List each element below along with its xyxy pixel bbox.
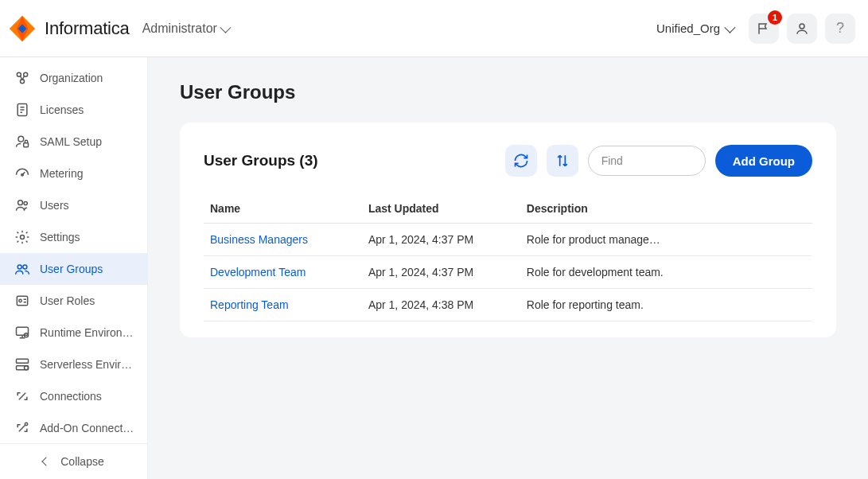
chevron-left-icon xyxy=(42,457,51,465)
sidebar-item-label: SAML Setup xyxy=(40,135,102,148)
svg-point-14 xyxy=(18,265,21,269)
card-actions: Add Group xyxy=(505,145,812,177)
svg-point-12 xyxy=(24,201,27,204)
header-left: Informatica Administrator xyxy=(8,14,228,43)
addon-icon xyxy=(14,420,30,436)
group-link[interactable]: Development Team xyxy=(210,266,306,278)
refresh-icon xyxy=(513,153,529,169)
svg-point-13 xyxy=(21,236,25,240)
serverless-icon xyxy=(14,356,30,372)
sidebar-item-metering[interactable]: Metering xyxy=(0,158,147,189)
help-icon: ? xyxy=(836,20,844,37)
add-group-button[interactable]: Add Group xyxy=(715,145,812,177)
app-name: Administrator xyxy=(142,21,217,36)
user-icon xyxy=(795,21,809,36)
main-content: User Groups User Groups (3) xyxy=(148,57,868,479)
sidebar-item-user-groups[interactable]: User Groups xyxy=(0,253,147,285)
chevron-down-icon xyxy=(724,21,735,33)
sidebar-item-label: User Groups xyxy=(40,263,103,275)
sidebar-item-licenses[interactable]: Licenses xyxy=(0,94,147,126)
help-button[interactable]: ? xyxy=(825,14,855,44)
sidebar-item-label: Organization xyxy=(40,72,103,84)
user-groups-card: User Groups (3) Add Group xyxy=(180,123,836,337)
sidebar-item-settings[interactable]: Settings xyxy=(0,221,147,253)
brand-logo-icon xyxy=(8,14,37,43)
sort-icon xyxy=(555,153,570,169)
row-updated: Apr 1, 2024, 4:37 PM xyxy=(362,224,520,256)
collapse-label: Collapse xyxy=(60,455,103,468)
roles-icon xyxy=(14,293,30,309)
group-link[interactable]: Business Managers xyxy=(210,233,308,246)
page-title: User Groups xyxy=(180,81,836,103)
sidebar-item-label: Users xyxy=(40,199,69,212)
sidebar-scroll[interactable]: Organization Licenses SAML Setup Meterin… xyxy=(0,57,147,443)
metering-icon xyxy=(14,166,30,181)
user-groups-table: Name Last Updated Description Business M… xyxy=(204,194,812,321)
svg-point-15 xyxy=(23,265,27,269)
users-icon xyxy=(14,197,30,213)
card-title: User Groups (3) xyxy=(204,152,318,169)
sidebar-item-label: Metering xyxy=(40,167,83,180)
chevron-down-icon xyxy=(220,21,231,33)
sidebar-item-saml[interactable]: SAML Setup xyxy=(0,126,147,158)
table-row[interactable]: Development Team Apr 1, 2024, 4:37 PM Ro… xyxy=(204,256,812,289)
svg-rect-20 xyxy=(17,359,29,363)
sidebar-item-connections[interactable]: Connections xyxy=(0,380,147,412)
row-description: Role for development team. xyxy=(520,256,812,289)
row-description: Role for reporting team. xyxy=(520,289,812,321)
profile-button[interactable] xyxy=(787,14,817,44)
svg-point-8 xyxy=(18,136,24,142)
svg-rect-18 xyxy=(17,327,29,335)
svg-point-22 xyxy=(25,366,29,370)
sidebar: Organization Licenses SAML Setup Meterin… xyxy=(0,57,148,479)
row-description: Role for product manage… xyxy=(520,224,812,256)
find-input[interactable] xyxy=(588,146,706,176)
column-name[interactable]: Name xyxy=(204,194,362,224)
table-row[interactable]: Reporting Team Apr 1, 2024, 4:38 PM Role… xyxy=(204,289,812,321)
svg-point-23 xyxy=(25,423,27,425)
sidebar-item-serverless-env[interactable]: Serverless Envir… xyxy=(0,349,147,380)
sidebar-item-label: Licenses xyxy=(40,103,84,116)
header-right: Unified_Org 1 ? xyxy=(648,14,855,44)
sidebar-item-addon-connectors[interactable]: Add-On Connect… xyxy=(0,412,147,443)
row-updated: Apr 1, 2024, 4:37 PM xyxy=(362,256,520,289)
org-icon xyxy=(14,70,30,86)
sidebar-item-label: Settings xyxy=(40,231,80,243)
sidebar-item-label: Connections xyxy=(40,390,102,403)
table-row[interactable]: Business Managers Apr 1, 2024, 4:37 PM R… xyxy=(204,224,812,256)
org-switcher[interactable]: Unified_Org xyxy=(648,17,741,40)
column-updated[interactable]: Last Updated xyxy=(362,194,520,224)
svg-point-10 xyxy=(21,173,24,176)
flag-icon xyxy=(757,21,771,36)
sidebar-item-runtime-env[interactable]: Runtime Environ… xyxy=(0,317,147,349)
notification-badge: 1 xyxy=(768,10,782,25)
runtime-icon xyxy=(14,325,30,341)
gear-icon xyxy=(14,229,30,245)
sidebar-collapse-button[interactable]: Collapse xyxy=(0,443,147,479)
brand-name: Informatica xyxy=(45,18,130,39)
license-icon xyxy=(14,102,30,118)
connections-icon xyxy=(14,388,30,404)
svg-point-17 xyxy=(19,299,21,302)
app-switcher[interactable]: Administrator xyxy=(142,21,228,36)
group-link[interactable]: Reporting Team xyxy=(210,298,289,311)
sidebar-item-label: User Roles xyxy=(40,294,95,307)
groups-icon xyxy=(14,261,30,277)
sidebar-item-organization[interactable]: Organization xyxy=(0,62,147,94)
sidebar-item-label: Runtime Environ… xyxy=(40,326,134,339)
app-header: Informatica Administrator Unified_Org 1 … xyxy=(0,0,868,57)
sidebar-item-label: Serverless Envir… xyxy=(40,358,132,371)
sidebar-item-users[interactable]: Users xyxy=(0,189,147,221)
row-updated: Apr 1, 2024, 4:38 PM xyxy=(362,289,520,321)
sidebar-item-label: Add-On Connect… xyxy=(40,422,134,434)
saml-icon xyxy=(14,134,30,150)
sidebar-item-user-roles[interactable]: User Roles xyxy=(0,285,147,317)
sort-button[interactable] xyxy=(547,145,578,177)
notifications-button[interactable]: 1 xyxy=(749,14,779,44)
svg-point-11 xyxy=(18,201,23,205)
svg-point-3 xyxy=(800,24,804,29)
org-name: Unified_Org xyxy=(656,21,720,35)
card-header: User Groups (3) Add Group xyxy=(204,145,812,177)
refresh-button[interactable] xyxy=(505,145,537,177)
column-description[interactable]: Description xyxy=(520,194,812,224)
